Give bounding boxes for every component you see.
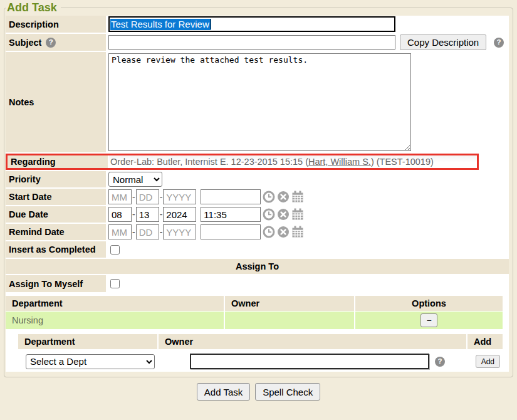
remove-assignment-button[interactable]: −	[420, 313, 437, 327]
date-separator: -	[132, 227, 135, 237]
due-calendar-icon[interactable]	[291, 208, 304, 221]
assigned-col-options: Options	[355, 296, 503, 311]
add-assignment-button[interactable]: Add	[476, 355, 500, 368]
description-input[interactable]: Test Results for Review	[108, 16, 395, 32]
assigned-departments-table: Department Owner Options Nursing −	[6, 296, 503, 329]
insert-as-completed-label: Insert as Completed	[9, 244, 96, 255]
remind-date-row: Remind Date - -	[6, 224, 509, 240]
department-select[interactable]: Select a Dept	[26, 354, 155, 369]
due-date-row: Due Date - -	[6, 206, 509, 223]
priority-label: Priority	[9, 174, 41, 184]
remind-clear-icon[interactable]	[277, 226, 290, 238]
assigned-owner-value	[225, 312, 354, 329]
start-time-input[interactable]	[201, 189, 261, 204]
insert-as-completed-checkbox[interactable]	[110, 245, 120, 255]
add-col-department: Department	[18, 334, 157, 349]
add-task-form: Description Test Results for Review Subj…	[6, 16, 509, 372]
notes-row: Notes Please review the attached test re…	[6, 52, 509, 152]
start-clock-icon[interactable]	[263, 191, 275, 203]
add-assignment-table: Department Owner Add Select a Dept ? Add	[18, 334, 503, 372]
assigned-row-nursing: Nursing −	[6, 312, 503, 329]
add-col-owner: Owner	[159, 334, 466, 349]
assign-to-myself-checkbox[interactable]	[110, 279, 120, 288]
description-selected-text: Test Results for Review	[110, 19, 211, 30]
due-clock-icon[interactable]	[263, 208, 275, 221]
regarding-row: Regarding Order-Lab: Butler, Internist E…	[6, 154, 479, 170]
regarding-text-after: ) (TEST-10019)	[371, 157, 434, 167]
start-date-label: Start Date	[9, 192, 52, 202]
assigned-col-department: Department	[6, 296, 224, 311]
assign-to-myself-row: Assign To Myself	[6, 275, 509, 292]
due-time-input[interactable]	[201, 207, 261, 222]
regarding-patient-link[interactable]: Hart, William S.	[308, 157, 371, 167]
due-day-input[interactable]	[136, 207, 159, 222]
subject-right-help-icon[interactable]: ?	[494, 38, 504, 48]
remind-date-label: Remind Date	[9, 227, 65, 237]
description-row: Description Test Results for Review	[6, 16, 509, 33]
subject-row: Subject ? Copy Description ?	[6, 34, 509, 51]
date-separator: -	[160, 192, 163, 202]
due-month-input[interactable]	[108, 207, 132, 222]
start-month-input[interactable]	[108, 189, 132, 204]
regarding-text-before: Order-Lab: Butler, Internist E. 12-23-20…	[110, 157, 308, 167]
add-task-fieldset: Add Task Description Test Results for Re…	[4, 1, 513, 377]
start-day-input[interactable]	[136, 189, 159, 204]
remind-day-input[interactable]	[136, 224, 159, 239]
spell-check-button[interactable]: Spell Check	[255, 383, 320, 401]
page-title: Add Task	[6, 1, 61, 14]
owner-input[interactable]	[190, 354, 429, 369]
due-clear-icon[interactable]	[277, 208, 290, 221]
owner-help-icon[interactable]: ?	[435, 357, 445, 367]
description-label: Description	[9, 19, 59, 29]
assign-to-myself-label: Assign To Myself	[9, 279, 83, 289]
remind-year-input[interactable]	[163, 224, 196, 239]
remind-clock-icon[interactable]	[263, 226, 275, 238]
due-year-input[interactable]	[163, 207, 196, 222]
text-caret	[211, 19, 211, 29]
notes-label: Notes	[9, 97, 34, 107]
add-task-button[interactable]: Add Task	[197, 383, 250, 401]
add-col-add: Add	[467, 334, 503, 349]
copy-description-button[interactable]: Copy Description	[400, 34, 486, 50]
date-separator: -	[132, 192, 135, 202]
subject-label: Subject	[9, 38, 41, 48]
remind-calendar-icon[interactable]	[291, 226, 304, 238]
subject-help-icon[interactable]: ?	[46, 38, 56, 48]
assigned-department-value: Nursing	[6, 312, 224, 329]
form-actions: Add Task Spell Check	[0, 383, 517, 401]
start-date-row: Start Date - -	[6, 189, 509, 205]
notes-textarea[interactable]: Please review the attached test results.	[108, 53, 411, 151]
assigned-col-owner: Owner	[225, 296, 354, 311]
regarding-label: Regarding	[11, 157, 56, 167]
remind-month-input[interactable]	[108, 224, 132, 239]
subject-input[interactable]	[108, 35, 395, 50]
assign-to-section-header: Assign To	[6, 259, 509, 274]
date-separator: -	[160, 209, 163, 219]
start-year-input[interactable]	[163, 189, 196, 204]
priority-row: Priority Normal	[6, 171, 509, 187]
date-separator: -	[132, 209, 135, 219]
insert-as-completed-row: Insert as Completed	[6, 241, 509, 258]
date-separator: -	[160, 227, 163, 237]
due-date-label: Due Date	[9, 209, 48, 219]
start-clear-icon[interactable]	[277, 191, 290, 203]
start-calendar-icon[interactable]	[291, 191, 304, 203]
remind-time-input[interactable]	[201, 224, 261, 239]
add-assignment-controls-row: Select a Dept ? Add	[18, 350, 503, 372]
priority-select[interactable]: Normal	[108, 172, 162, 187]
